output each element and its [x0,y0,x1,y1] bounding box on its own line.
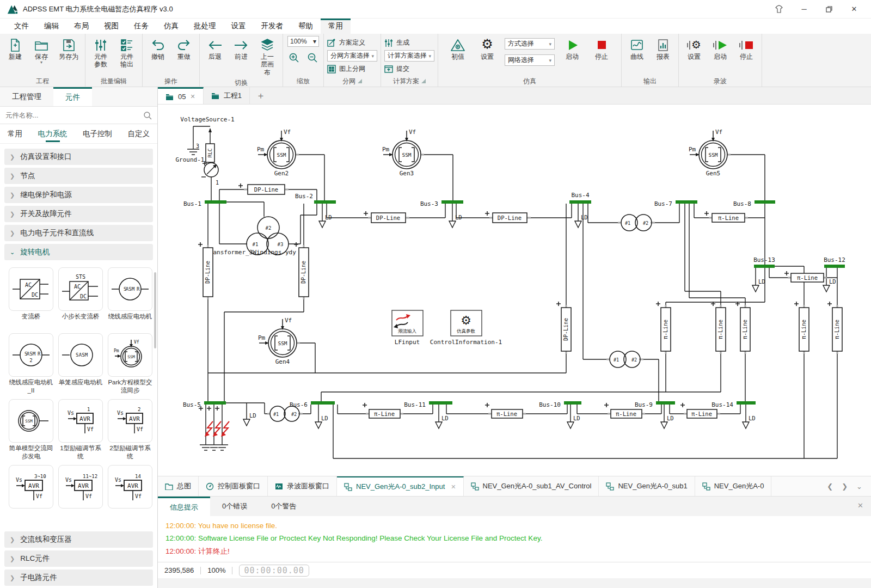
restore-icon[interactable] [824,4,834,14]
component-avr-type3-10[interactable]: Vs AVR 3~10 Vf [9,465,53,526]
close-icon[interactable]: ✕ [451,483,456,491]
generator-gen4[interactable]: SSM Vf Pm Gen4 [258,317,297,365]
section-nodes[interactable]: ❯节点 [4,168,153,184]
section-sim-interface[interactable]: ❯仿真设置和接口 [4,149,153,165]
new-button[interactable]: 新建 [3,36,27,63]
pi-line-boxes[interactable]: π-Line π-Line π-Line π-Line π-Line π-Lin… [369,213,824,418]
category-electronic-control[interactable]: 电子控制 [83,126,112,142]
dock-tab-sub1[interactable]: NEV_Gen光A-0_sub1 [599,476,695,496]
component-avr-type1[interactable]: Vs AVR 1 Vf 1型励磁调节系统 [58,399,103,461]
component-converter-bridge[interactable]: ACDC 变流桥 [9,267,53,329]
menu-settings[interactable]: 设置 [224,19,254,34]
saveas-button[interactable]: 另存为 [56,36,82,63]
back-button[interactable]: 后退 [203,36,227,63]
generator-gen5[interactable]: SSM Vf Pm Gen5 [689,128,727,177]
category-power-system[interactable]: 电力系统 [38,126,68,142]
message-tab-info[interactable]: 信息提示 [158,497,210,516]
zoom-in-icon[interactable] [289,52,299,63]
sidebar-tab-project[interactable]: 工程管理 [0,87,53,106]
section-ac-lines-transformers[interactable]: ❯交流线和变压器 [4,531,153,548]
save-dropdown-caret[interactable]: ▾ [40,61,42,64]
dock-tab-control-panel[interactable]: 控制面板窗口 [199,476,268,496]
component-output-button[interactable]: 元件输出 [115,36,139,71]
menu-view[interactable]: 视图 [96,19,126,34]
theme-icon[interactable] [774,4,784,14]
menu-file[interactable]: 文件 [7,19,36,34]
menu-layout[interactable]: 布局 [66,19,96,34]
dock-tab-sub1-av-control[interactable]: NEV_Gen光A-0_sub1_AV_Control [464,476,599,496]
add-canvas-tab-button[interactable]: ＋ [250,87,272,104]
vertical-line-boxes[interactable]: DP-Line DP-Line DP-Line π-Line π-Line π-… [203,248,842,351]
transformer-pair-mid[interactable]: #1#2 [610,351,640,367]
canvas-tab-05[interactable]: 05✕ [158,87,204,104]
close-icon[interactable]: ✕ [857,501,863,510]
menu-batch[interactable]: 批处理 [186,19,224,34]
menu-help[interactable]: 帮助 [291,19,321,34]
component-park-model-sync[interactable]: SSM Vf Pm Park方程模型交流同步 [108,333,152,395]
sidebar-tab-components[interactable]: 元件 [53,87,92,106]
component-avr-type14[interactable]: Vs AVR 14 Vf [108,465,152,526]
message-tab-warnings[interactable]: 0个警告 [259,497,308,516]
section-rlc[interactable]: ❯RLC元件 [4,550,153,567]
control-information-block[interactable]: ⚙ 仿真参数 ControlInformation-1 [430,310,502,346]
lfinput-block[interactable]: 潮流输入 LFinput [392,310,423,346]
dock-tab-overview[interactable]: 总图 [158,476,199,496]
report-button[interactable]: 报表 [651,36,675,63]
component-sts-converter-bridge[interactable]: STS ACDC 小步长变流桥 [58,267,103,329]
calc-submit-button[interactable]: 提交 [384,64,434,74]
open-button[interactable]: 保存 ▾ [29,36,53,66]
dock-tab-sub2-input[interactable]: NEV_Gen光A-0_sub2_Input✕ [337,476,464,496]
search-icon[interactable] [143,111,152,120]
calc-expand-icon[interactable] [421,79,426,83]
minimize-icon[interactable]: ─ [799,4,809,14]
menu-developer[interactable]: 开发者 [254,19,291,34]
upper-canvas-button[interactable]: 上一层画布 [255,36,279,78]
sim-start-button[interactable]: 启动 [560,36,584,63]
category-custom[interactable]: 自定义 [128,126,150,142]
forward-button[interactable]: 前进 [229,36,253,63]
partition-scheme-select[interactable]: 分网方案选择▾ [327,50,377,62]
section-relay-power[interactable]: ❯继电保护和电源 [4,187,153,203]
dock-tab-recorder-panel[interactable]: 录波面板窗口 [268,476,337,496]
component-avr-type11-12[interactable]: Vs AVR 11~12 Vf [58,465,103,526]
menu-edit[interactable]: 编辑 [36,19,66,34]
redo-button[interactable]: 重做 [172,36,196,63]
message-tab-errors[interactable]: 0个错误 [210,497,259,516]
zoom-level-select[interactable]: 100%▾ [287,36,319,47]
sim-stop-button[interactable]: 停止 [590,36,614,63]
section-rotating-machines[interactable]: ⌄旋转电机 [4,244,153,260]
map-partition-button[interactable]: 图上分网 [327,64,377,74]
calc-scheme-select[interactable]: 计算方案选择▾ [384,50,434,62]
dock-tab-gen-a0[interactable]: NEV_Gen光A-0 [695,476,772,496]
close-icon[interactable]: ✕ [190,93,195,100]
zoom-out-icon[interactable] [307,52,318,63]
record-stop-button[interactable]: 停止 [734,36,758,63]
dp-line-boxes[interactable]: DP-Line DP-Line DP-Line [248,185,527,223]
scheme-define-button[interactable]: 方案定义 [327,38,377,47]
component-squirrel-cage-motor[interactable]: S ASM 单笼感应电动机 [58,333,103,395]
sim-network-select[interactable]: 网络选择▾ [505,54,555,66]
schematic-canvas[interactable]: VoltageSource-1 3 Ground-1 RLC 1 SSM Vf … [158,105,871,476]
menu-common[interactable]: 常用 [321,19,351,34]
tabs-scroll-right-icon[interactable]: ❯ [842,482,848,491]
sidebar-scrollbar[interactable] [154,272,156,348]
component-wound-induction-motor-2[interactable]: S ASM R 2 绕线感应电动机_II [9,333,53,395]
menu-sim[interactable]: 仿真 [156,19,186,34]
record-start-button[interactable]: 启动 [708,36,732,63]
transformer-pair-bottom[interactable]: #1#2 [270,406,299,421]
component-wound-induction-motor[interactable]: S ASM R 绕线感应电动机 [108,267,152,329]
partition-expand-icon[interactable] [358,79,362,83]
canvas-tab-project1[interactable]: 工程1 [204,87,250,104]
init-value-button[interactable]: 初值 [446,36,470,63]
component-avr-type2[interactable]: Vs AVR 2 Vf 2型励磁调节系统 [108,399,152,461]
category-common[interactable]: 常用 [8,126,22,142]
section-subcircuit[interactable]: ❯子电路元件 [4,569,153,586]
component-search-input[interactable] [5,112,140,119]
generator-gen3[interactable]: SSM Vf Pm Gen3 [382,128,421,177]
sim-mode-select[interactable]: 方式选择▾ [505,38,555,50]
record-settings-button[interactable]: ⚙ 设置 [682,36,706,63]
undo-button[interactable]: 撤销 [146,36,170,63]
transformer-pair-top[interactable]: #1#2 [621,215,652,231]
component-params-button[interactable]: 元件参数 [89,36,113,71]
curve-button[interactable]: 曲线 [625,36,649,63]
